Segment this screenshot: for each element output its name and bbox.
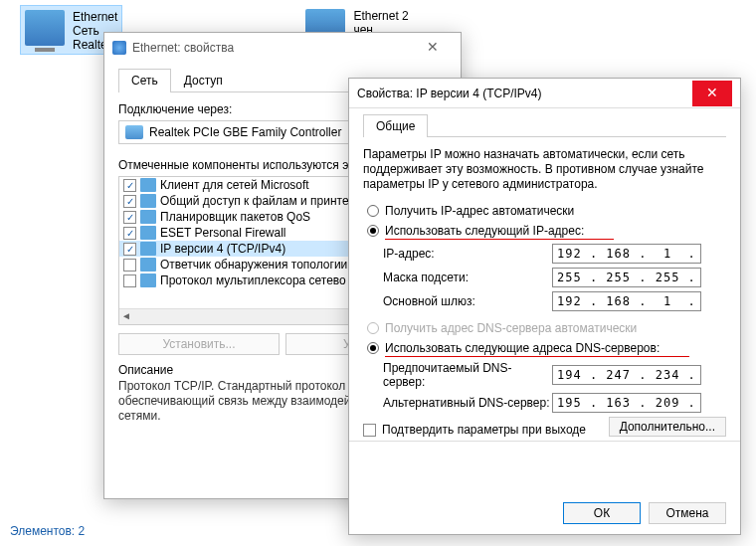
component-label: IP версии 4 (TCP/IPv4)	[160, 242, 285, 256]
preferred-dns-input[interactable]	[552, 365, 701, 385]
checkbox-icon[interactable]	[123, 227, 136, 240]
component-icon	[140, 178, 156, 192]
advanced-button[interactable]: Дополнительно...	[609, 417, 726, 437]
radio-label: Получить IP-адрес автоматически	[385, 204, 574, 218]
component-label: ESET Personal Firewall	[160, 226, 286, 240]
radio-dns-manual[interactable]: Использовать следующие адреса DNS-сервер…	[367, 341, 726, 355]
checkbox-icon[interactable]	[123, 243, 136, 256]
radio-ip-auto[interactable]: Получить IP-адрес автоматически	[367, 204, 726, 218]
tab-network[interactable]: Сеть	[118, 69, 171, 92]
component-label: Общий доступ к файлам и принтер	[160, 194, 355, 208]
subnet-mask-label: Маска подсети:	[383, 271, 552, 284]
info-text: Параметры IP можно назначать автоматичес…	[363, 147, 726, 192]
cancel-button[interactable]: Отмена	[649, 502, 726, 524]
dialog-title: Свойства: IP версии 4 (TCP/IPv4)	[357, 87, 692, 100]
component-icon	[140, 226, 156, 240]
component-label: Клиент для сетей Microsoft	[160, 178, 309, 192]
subnet-mask-input[interactable]	[552, 268, 701, 287]
tab-general[interactable]: Общие	[363, 114, 428, 137]
radio-label: Использовать следующие адреса DNS-сервер…	[385, 341, 660, 355]
ok-button[interactable]: ОК	[563, 502, 641, 524]
separator	[349, 441, 740, 442]
titlebar[interactable]: Ethernet: свойства ✕	[104, 33, 461, 63]
install-button[interactable]: Установить...	[118, 333, 280, 355]
radio-dns-auto: Получить адрес DNS-сервера автоматически	[367, 321, 726, 335]
tab-access[interactable]: Доступ	[171, 69, 236, 91]
component-label: Планировщик пакетов QoS	[160, 210, 310, 224]
checkbox-icon[interactable]	[123, 195, 136, 208]
status-bar-count: Элементов: 2	[10, 524, 85, 538]
ip-address-input[interactable]	[552, 244, 701, 264]
component-icon	[140, 194, 156, 208]
connection-name: Ethernet 2	[353, 9, 408, 23]
preferred-dns-label: Предпочитаемый DNS-сервер:	[383, 361, 552, 389]
checkbox-icon[interactable]	[123, 211, 136, 224]
radio-label: Получить адрес DNS-сервера автоматически	[385, 321, 637, 335]
checkbox-icon	[363, 424, 376, 437]
checkbox-icon[interactable]	[123, 259, 136, 272]
alternate-dns-input[interactable]	[552, 393, 701, 413]
dialog-title: Ethernet: свойства	[132, 41, 413, 55]
component-icon	[140, 210, 156, 224]
ip-address-label: IP-адрес:	[383, 247, 552, 261]
checkbox-icon[interactable]	[123, 274, 136, 287]
close-button[interactable]: ✕	[692, 81, 732, 106]
close-button[interactable]: ✕	[413, 35, 453, 61]
adapter-icon	[125, 125, 143, 139]
adapter-name: Realtek PCIe GBE Family Controller	[149, 125, 341, 139]
titlebar[interactable]: Свойства: IP версии 4 (TCP/IPv4) ✕	[349, 79, 740, 108]
component-label: Ответчик обнаружения топологии	[160, 258, 347, 272]
radio-label: Использовать следующий IP-адрес:	[385, 224, 584, 238]
component-label: Протокол мультиплексора сетево	[160, 273, 346, 287]
ipv4-properties-dialog: Свойства: IP версии 4 (TCP/IPv4) ✕ Общие…	[348, 78, 741, 535]
connection-name: Ethernet	[73, 10, 117, 24]
radio-icon	[367, 322, 379, 334]
component-icon	[140, 242, 156, 256]
alternate-dns-label: Альтернативный DNS-сервер:	[383, 396, 552, 410]
network-adapter-icon	[25, 10, 65, 46]
radio-ip-manual[interactable]: Использовать следующий IP-адрес:	[367, 224, 726, 238]
network-icon	[112, 41, 126, 55]
checkbox-icon[interactable]	[123, 179, 136, 192]
radio-icon	[367, 342, 379, 354]
radio-icon	[367, 225, 379, 237]
validate-label: Подтвердить параметры при выходе	[382, 423, 586, 437]
gateway-label: Основной шлюз:	[383, 294, 552, 308]
gateway-input[interactable]	[552, 291, 701, 311]
radio-icon	[367, 205, 379, 217]
component-icon	[140, 273, 156, 287]
tab-strip: Общие	[363, 114, 726, 137]
component-icon	[140, 258, 156, 272]
